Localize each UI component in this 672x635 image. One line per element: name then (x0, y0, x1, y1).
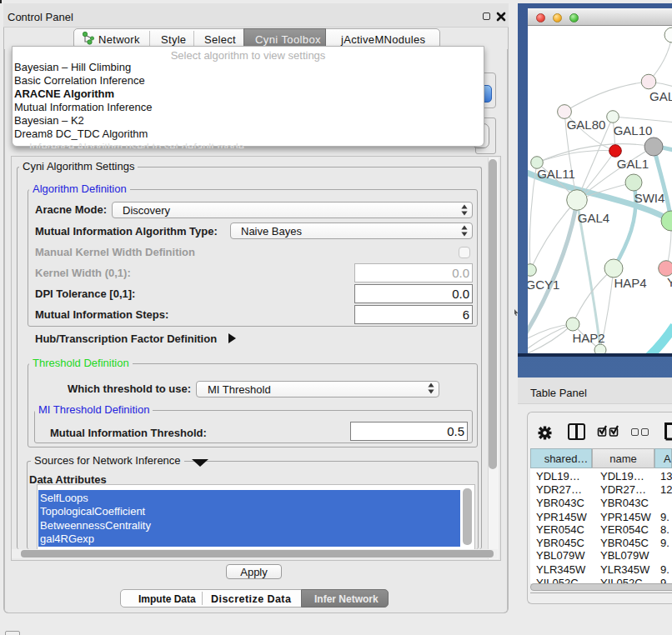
svg-text:GAL4: GAL4 (578, 211, 609, 225)
svg-text:SWI4: SWI4 (634, 191, 665, 205)
svg-text:GAL11: GAL11 (537, 167, 575, 181)
svg-text:GAL80: GAL80 (567, 118, 606, 132)
svg-text:HAP2: HAP2 (572, 331, 604, 345)
svg-text:GAL2: GAL2 (649, 89, 672, 103)
svg-text:HAP4: HAP4 (614, 276, 646, 290)
svg-text:GCY1: GCY1 (528, 278, 559, 292)
svg-text:GAL1: GAL1 (617, 157, 649, 171)
svg-text:GAL10: GAL10 (614, 123, 653, 138)
svg-text:YJL0: YJL0 (667, 275, 672, 289)
